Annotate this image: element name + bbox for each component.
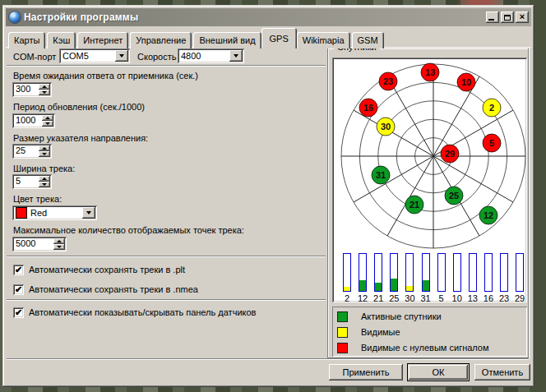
signal-bar-id-label: 23 [496,293,512,303]
track-color-label: Цвет трека: [13,194,62,204]
spin-down-button[interactable] [39,151,50,157]
timeout-spinner[interactable]: 300 [12,82,52,97]
signal-bar-id-label: 2 [339,293,355,303]
cancel-button[interactable]: Отменить [474,364,530,380]
signal-bar-id-label: 29 [511,293,528,303]
tab-карты[interactable]: Карты [8,32,45,48]
max-points-spinner[interactable]: 5000 [12,237,67,251]
tab-управление[interactable]: Управление [130,32,192,48]
signal-bar-fill [423,280,429,291]
ok-button[interactable]: ОК [407,363,470,381]
tab-gps[interactable]: GPS [261,28,297,48]
satellite-marker-2: 2 [483,99,501,117]
apply-button[interactable]: Применить [329,364,403,380]
signal-bar-29 [516,253,524,292]
signal-bar-23 [500,253,508,292]
speed-dropdown-button[interactable] [229,50,243,62]
arrow-up-icon [42,178,47,180]
satellite-marker-23: 23 [379,72,397,90]
spin-up-button[interactable] [39,84,50,90]
tab-label: Внешний вид [199,35,255,45]
minimize-button[interactable] [486,12,499,23]
signal-bar-30 [405,253,414,292]
autosave-plt-label: Автоматически сохранять треки в .plt [29,265,185,274]
satellite-id-label: 16 [363,103,373,113]
signal-bar-id-label: 5 [433,293,450,303]
spin-down-button[interactable] [42,121,53,127]
signal-bar-2 [343,253,351,292]
track-width-spinner[interactable]: 5 [12,174,52,189]
tab-внешний-вид[interactable]: Внешний вид [193,32,261,48]
minimize-icon [488,19,494,21]
maximize-button[interactable] [501,12,514,23]
tab-label: Карты [14,35,39,45]
satellite-marker-10: 10 [457,73,475,91]
track-color-dropdown-button[interactable] [82,207,95,219]
signal-bar-id-label: 21 [370,293,386,303]
sensors-panel-checkbox[interactable]: ✔ Автоматически показывать/скрывать пане… [13,307,256,318]
title-bar[interactable]: Настройки программы × [6,8,531,26]
satellite-id-label: 21 [410,200,419,210]
arrow-up-icon [42,147,47,150]
tab-интернет[interactable]: Интернет [77,32,128,48]
spin-up-button[interactable] [39,176,50,182]
separator [7,358,529,360]
chevron-down-icon [86,211,91,214]
close-button[interactable]: × [516,12,529,23]
arrow-down-icon [42,183,47,186]
pointer-size-label: Размер указателя направления: [13,133,148,143]
track-color-select[interactable]: Red [12,205,97,220]
legend-item-zero_signal: Видимые с нулевым сигналом [337,342,489,353]
satellite-id-label: 23 [383,76,393,86]
signal-bar-10 [453,253,461,292]
satellites-group: Спутники 1310231623052931252112 21221253… [327,48,529,358]
com-port-dropdown-button[interactable] [115,50,128,62]
tab-gsm[interactable]: GSM [352,32,384,48]
satellite-id-label: 31 [376,170,386,180]
tab-label: Интернет [83,35,123,45]
spin-down-button[interactable] [53,244,65,250]
cancel-button-label: Отменить [482,367,523,377]
satellite-marker-21: 21 [405,196,423,214]
satellite-marker-30: 30 [377,118,395,136]
signal-bar-id-label: 10 [449,293,465,303]
signal-bar-fill [406,286,413,291]
tab-кэш[interactable]: Кэш [47,32,76,48]
legend-swatch-visible [337,327,348,338]
signal-bar-id-label: 12 [354,293,371,303]
tab-wikimapia[interactable]: Wikimapia [297,32,350,48]
com-port-value: COM5 [59,51,113,61]
update-period-value: 1000 [12,113,40,128]
speed-value: 4800 [178,51,228,61]
spin-up-button[interactable] [53,238,65,244]
spin-down-button[interactable] [39,182,50,187]
signal-bar-id-label: 30 [401,293,418,303]
satellite-marker-5: 5 [483,134,501,152]
speed-select[interactable]: 4800 [178,48,244,63]
autosave-plt-checkbox[interactable]: ✔ Автоматически сохранять треки в .plt [13,264,185,275]
pointer-size-spinner[interactable]: 25 [12,144,52,159]
signal-bar-id-label: 13 [465,293,481,303]
signal-bar-fill [344,287,350,291]
update-period-label: Период обновления (сек./1000) [13,102,145,112]
autosave-nmea-checkbox[interactable]: ✔ Автоматически сохранять треки в .nmea [13,284,198,295]
arrow-up-icon [45,117,50,119]
polar-grid-spoke [354,110,433,156]
satellite-id-label: 10 [461,77,471,87]
satellite-marker-31: 31 [372,166,390,184]
legend-label: Активные спутники [361,311,442,321]
spin-up-button[interactable] [39,145,50,151]
update-period-spinner[interactable]: 1000 [12,113,55,128]
satellite-marker-25: 25 [445,187,463,205]
tab-label: Кэш [53,35,70,45]
com-port-select[interactable]: COM5 [59,48,130,63]
spin-up-button[interactable] [42,115,53,121]
tab-label: GSM [358,35,378,45]
spin-down-button[interactable] [39,90,50,95]
signal-bar-16 [484,253,493,292]
checkbox-check-icon: ✔ [13,265,24,275]
signal-bar-fill [375,283,382,291]
legend-item-active: Активные спутники [337,311,442,322]
chevron-down-icon [234,54,238,58]
signal-bar-5 [437,253,446,292]
